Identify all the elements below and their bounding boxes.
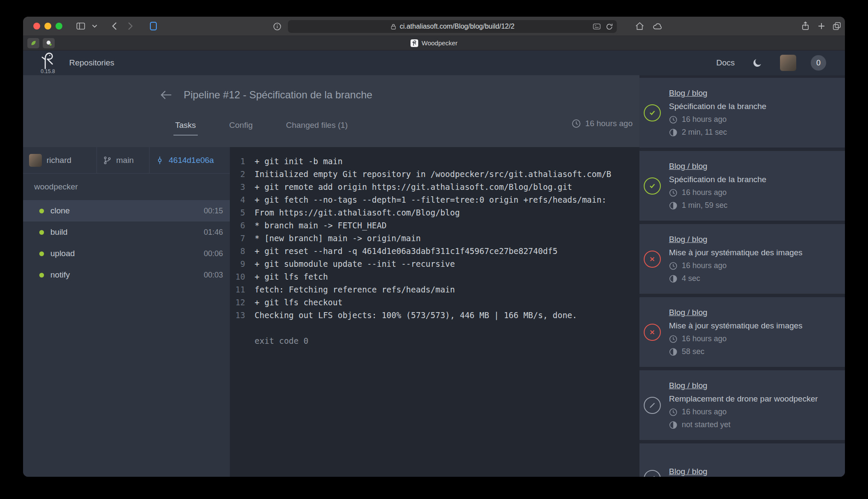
line-number: 1	[230, 155, 245, 168]
home-button[interactable]	[631, 19, 648, 33]
back-arrow-button[interactable]	[160, 89, 173, 100]
minimize-window-button[interactable]	[44, 23, 51, 30]
build-repo-link[interactable]: Blog / blog	[669, 467, 707, 476]
build-time: 16 hours ago	[669, 115, 766, 124]
tab-config[interactable]: Config	[229, 121, 253, 130]
timer-icon	[669, 348, 677, 356]
build-duration: 4 sec	[669, 274, 803, 283]
build-card[interactable]: Blog / blog Spécification de la branche …	[639, 78, 845, 148]
moon-icon	[752, 58, 762, 68]
build-time: 16 hours ago	[669, 407, 818, 416]
step-duration: 00:03	[204, 271, 223, 280]
new-tab-button[interactable]	[813, 19, 830, 33]
commit-link[interactable]: 4614d1e06a	[150, 147, 230, 173]
build-duration-text: 2 min, 11 sec	[682, 128, 727, 137]
step-success-dot	[39, 273, 44, 278]
build-time: 16 hours ago	[669, 334, 803, 343]
clock-icon	[669, 335, 677, 343]
user-avatar[interactable]	[780, 55, 796, 71]
build-message: Remplacement de drone par woodpecker	[669, 394, 818, 404]
line-text: + git reset --hard -q 4614d1e06a3dabf311…	[245, 245, 557, 257]
tab-strip: Woodpecker	[23, 36, 845, 50]
log-line: 3+ git remote add origin https://git.ath…	[230, 180, 639, 193]
log-line: 6* branch main -> FETCH_HEAD	[230, 219, 639, 232]
log-output[interactable]: 1+ git init -b main 2Initialized empty G…	[230, 147, 639, 477]
tab-woodpecker[interactable]: Woodpecker	[411, 36, 457, 50]
theme-toggle-button[interactable]	[749, 56, 765, 70]
notification-badge[interactable]: 0	[811, 55, 826, 71]
build-time-text: 16 hours ago	[682, 188, 727, 197]
woodpecker-favicon	[411, 39, 418, 47]
zoom-window-button[interactable]	[56, 23, 62, 30]
close-window-button[interactable]	[33, 23, 40, 30]
build-repo-link[interactable]: Blog / blog	[669, 308, 707, 317]
pipeline-updated: 16 hours ago	[572, 119, 633, 128]
step-name: clone	[50, 206, 70, 216]
back-button[interactable]	[106, 19, 122, 33]
pinned-tab-1[interactable]	[27, 38, 39, 48]
tab-title: Woodpecker	[422, 39, 457, 47]
woodpecker-app: 0.15.8 Repositories Docs 0	[23, 50, 845, 477]
pipeline-updated-text: 16 hours ago	[585, 119, 633, 128]
forward-button[interactable]	[122, 19, 138, 33]
share-button[interactable]	[797, 19, 813, 33]
cloud-icon	[653, 22, 663, 30]
line-number: 10	[230, 270, 245, 283]
build-duration-text: not started yet	[682, 420, 730, 429]
url-bar[interactable]: ci.athaliasoft.com/Blog/blog/build/12/2	[288, 20, 617, 33]
build-card[interactable]: Blog / blog Remplacement de drone par wo…	[639, 443, 845, 477]
timer-icon	[669, 128, 677, 137]
line-text: + git lfs fetch	[245, 270, 328, 283]
nav-repositories[interactable]: Repositories	[69, 58, 114, 68]
step-notify[interactable]: notify 00:03	[23, 264, 230, 286]
clock-icon	[669, 262, 677, 270]
commit-author: richard	[23, 147, 97, 173]
log-line: 10+ git lfs fetch	[230, 270, 639, 283]
woodpecker-logo[interactable]: 0.15.8	[39, 51, 56, 74]
build-time-text: 16 hours ago	[682, 261, 727, 270]
sidebar-toggle-button[interactable]	[73, 19, 89, 33]
build-time: 16 hours ago	[669, 261, 803, 270]
tab-overview-button[interactable]	[829, 19, 845, 33]
build-duration-text: 4 sec	[682, 274, 700, 283]
step-clone[interactable]: clone 00:15	[23, 200, 230, 221]
line-number: 7	[230, 232, 245, 245]
woodpecker-logo-icon	[412, 40, 417, 46]
tab-changed-files[interactable]: Changed files (1)	[286, 121, 348, 130]
build-card[interactable]: Blog / blog Spécification de la branche …	[639, 151, 845, 221]
step-duration: 01:46	[204, 228, 223, 237]
build-message: Spécification de la branche	[669, 102, 766, 111]
step-duration: 00:15	[204, 207, 223, 216]
info-icon	[273, 22, 282, 31]
line-text: + git lfs checkout	[245, 296, 343, 309]
log-line: 9+ git submodule update --init --recursi…	[230, 257, 639, 270]
app-shortcut-button[interactable]	[145, 19, 161, 33]
step-upload[interactable]: upload 00:06	[23, 243, 230, 264]
timer-icon	[669, 421, 677, 429]
build-repo-link[interactable]: Blog / blog	[669, 381, 707, 390]
reload-button[interactable]	[604, 21, 614, 32]
tab-tasks[interactable]: Tasks	[175, 121, 196, 130]
page-info-button[interactable]	[269, 20, 285, 33]
build-card[interactable]: Blog / blog Mise à jour systématique des…	[639, 224, 845, 294]
line-text: fetch: Fetching reference refs/heads/mai…	[245, 283, 455, 296]
build-repo-link[interactable]: Blog / blog	[669, 235, 707, 244]
step-build[interactable]: build 01:46	[23, 221, 230, 243]
nav-docs[interactable]: Docs	[716, 58, 735, 68]
sidebar-chevron-button[interactable]	[89, 19, 100, 33]
steps-panel: richard main 4614d1e06a woodpecke	[23, 147, 230, 477]
icloud-tabs-button[interactable]	[649, 19, 666, 33]
workflow-name: woodpecker	[23, 174, 230, 200]
log-line: 12+ git lfs checkout	[230, 296, 639, 309]
build-card[interactable]: Blog / blog Mise à jour systématique des…	[639, 297, 845, 367]
build-repo-link[interactable]: Blog / blog	[669, 162, 707, 171]
sidebar-icon	[76, 22, 85, 30]
build-repo-link[interactable]: Blog / blog	[669, 89, 707, 98]
line-text: + git fetch --no-tags --depth=1 --filter…	[245, 193, 607, 206]
line-text: From https://git.athaliasoft.com/Blog/bl…	[245, 206, 460, 219]
pinned-tab-2[interactable]	[43, 38, 55, 48]
build-card[interactable]: Blog / blog Remplacement de drone par wo…	[639, 370, 845, 440]
build-message: Spécification de la branche	[669, 175, 766, 184]
exit-code: exit code 0	[230, 334, 639, 347]
build-duration: 2 min, 11 sec	[669, 128, 766, 137]
